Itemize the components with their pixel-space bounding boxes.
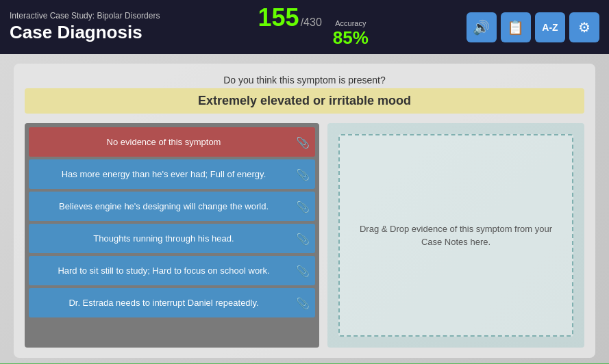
settings-button[interactable]: ⚙ <box>569 12 599 42</box>
clip-icon: 📎 <box>296 168 310 181</box>
clip-icon: 📎 <box>296 264 310 277</box>
evidence-item[interactable]: Dr. Estrada needs to interrupt Daniel re… <box>29 288 315 317</box>
evidence-item[interactable]: No evidence of this symptom📎 <box>29 127 315 157</box>
dropzone-column: Drag & Drop evidence of this symptom fro… <box>327 123 584 348</box>
symptom-title: Extremely elevated or irritable mood <box>198 94 411 107</box>
two-col: No evidence of this symptom📎Has more ene… <box>25 123 584 348</box>
glossary-button[interactable]: A-Z <box>535 12 565 42</box>
header-title: Case Diagnosis <box>10 22 160 43</box>
content-wrapper: Do you think this symptom is present? Ex… <box>14 64 595 358</box>
header-center: 155 /430 Accuracy 85% <box>258 5 369 49</box>
question-text: Do you think this symptom is present? <box>25 75 584 86</box>
header-icons: 🔊 📋 A-Z ⚙ <box>467 12 599 42</box>
evidence-column: No evidence of this symptom📎Has more ene… <box>25 123 319 348</box>
notes-button[interactable]: 📋 <box>501 12 531 42</box>
clip-icon: 📎 <box>296 200 310 213</box>
score-total: /430 <box>301 16 322 29</box>
accuracy-label: Accuracy <box>335 19 366 27</box>
header: Interactive Case Study: Bipolar Disorder… <box>0 0 609 54</box>
dropzone-inner[interactable]: Drag & Drop evidence of this symptom fro… <box>338 134 573 337</box>
clip-icon: 📎 <box>296 296 310 309</box>
score-block: 155 /430 <box>258 5 322 30</box>
evidence-item[interactable]: Thoughts running through his head.📎 <box>29 224 315 253</box>
evidence-item[interactable]: Hard to sit still to study; Hard to focu… <box>29 256 315 285</box>
dropzone-text: Drag & Drop evidence of this symptom fro… <box>340 211 572 260</box>
evidence-item[interactable]: Believes engine he's designing will chan… <box>29 192 315 221</box>
header-left: Interactive Case Study: Bipolar Disorder… <box>10 11 160 43</box>
symptom-banner: Extremely elevated or irritable mood <box>25 88 584 114</box>
volume-button[interactable]: 🔊 <box>467 12 497 42</box>
header-subtitle: Interactive Case Study: Bipolar Disorder… <box>10 11 160 21</box>
accuracy-block: Accuracy 85% <box>333 19 369 49</box>
evidence-item[interactable]: Has more energy than he's ever had; Full… <box>29 159 315 189</box>
score-number: 155 <box>258 5 299 30</box>
accuracy-value: 85% <box>333 27 369 49</box>
evidence-scroll[interactable]: No evidence of this symptom📎Has more ene… <box>25 123 319 348</box>
main-content: Do you think this symptom is present? Ex… <box>0 54 609 364</box>
clip-icon: 📎 <box>296 232 310 245</box>
clip-icon: 📎 <box>296 135 310 148</box>
